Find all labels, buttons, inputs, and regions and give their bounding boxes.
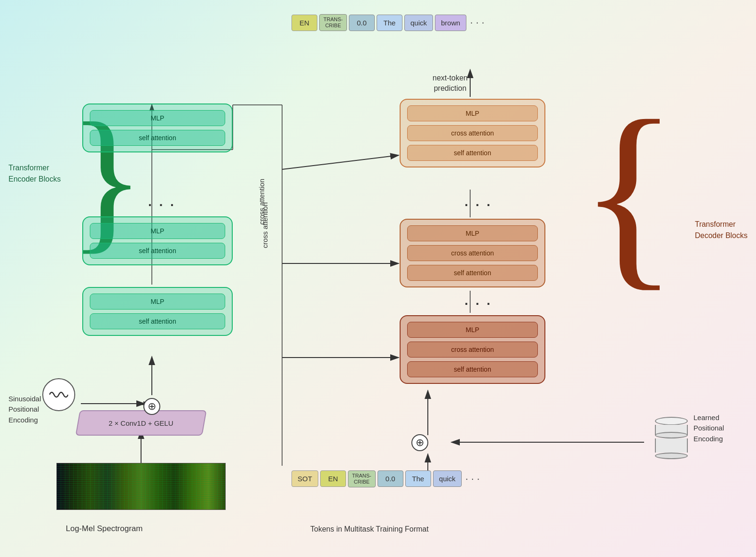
decoder-mid-mlp: MLP <box>407 225 538 241</box>
next-token-label: next-tokenprediction <box>433 73 468 94</box>
diagram-container: EN TRANS-CRIBE 0.0 The quick brown · · ·… <box>0 0 756 557</box>
output-token-quick: quick <box>404 15 433 31</box>
output-token-row: EN TRANS-CRIBE 0.0 The quick brown · · · <box>291 14 486 31</box>
encoder-block-bottom: MLP self attention <box>82 287 233 336</box>
decoder-top-self-attention: self attention <box>407 145 538 161</box>
input-token-quick: quick <box>433 470 462 487</box>
input-token-en: EN <box>320 470 346 487</box>
output-token-en: EN <box>291 15 317 31</box>
encoder-block-top: MLP self attention <box>82 103 233 152</box>
input-token-row: SOT EN TRANS-CRIBE 0.0 The quick · · · <box>291 470 481 487</box>
decoder-mid-cross-attention: cross attention <box>407 245 538 261</box>
input-token-sot: SOT <box>291 470 318 487</box>
input-token-dots: · · · <box>464 473 482 485</box>
decoder-block-mid: MLP cross attention self attention <box>400 219 545 287</box>
decoder-dots-mid: · · · <box>465 296 492 311</box>
conv-block: 2 × Conv1D + GELU <box>75 410 207 436</box>
decoder-mid-self-attention: self attention <box>407 265 538 281</box>
output-token-transcribe: TRANS-CRIBE <box>319 14 347 31</box>
encoder-label: TransformerEncoder Blocks <box>8 162 61 185</box>
encoder-top-mlp: MLP <box>90 110 225 126</box>
cross-attention-vertical: cross attention <box>258 179 266 225</box>
logmel-label: Log-Mel Spectrogram <box>66 523 142 534</box>
encoder-bot-mlp: MLP <box>90 294 225 310</box>
conv-label: 2 × Conv1D + GELU <box>109 419 173 427</box>
input-token-zero: 0.0 <box>378 470 403 487</box>
sinusoidal-label: SinusoidalPositionalEncoding <box>8 394 41 426</box>
encoder-block-mid: MLP self attention <box>82 216 233 265</box>
input-token-transcribe: TRANS-CRIBE <box>348 470 376 487</box>
decoder-top-cross-attention: cross attention <box>407 125 538 141</box>
encoder-mid-mlp: MLP <box>90 223 225 239</box>
decoder-label: TransformerDecoder Blocks <box>695 219 748 241</box>
encoder-bot-self-attention: self attention <box>90 313 225 329</box>
decoder-bot-cross-attention: cross attention <box>407 342 538 358</box>
decoder-block-bottom: MLP cross attention self attention <box>400 315 545 384</box>
decoder-bot-mlp: MLP <box>407 322 538 338</box>
svg-line-12 <box>282 155 399 169</box>
cylinder <box>655 417 688 459</box>
output-token-the: The <box>377 15 402 31</box>
encoder-dots: · · · <box>148 198 176 213</box>
decoder-dots-top: · · · <box>465 198 492 213</box>
decoder-top-mlp: MLP <box>407 105 538 121</box>
encoder-mid-self-attention: self attention <box>90 243 225 259</box>
output-token-brown: brown <box>435 15 466 31</box>
sinusoidal-icon <box>42 378 75 411</box>
encoder-top-self-attention: self attention <box>90 130 225 146</box>
learned-label: LearnedPositionalEncoding <box>693 413 724 445</box>
input-token-the: The <box>405 470 431 487</box>
decoder-brace: { <box>579 89 678 296</box>
output-token-zero: 0.0 <box>349 15 375 31</box>
tokens-label: Tokens in Multitask Training Format <box>310 524 429 534</box>
decoder-bot-self-attention: self attention <box>407 361 538 377</box>
decoder-block-top: MLP cross attention self attention <box>400 99 545 167</box>
plus-decoder: ⊕ <box>411 434 428 451</box>
output-token-dots: · · · <box>468 16 487 29</box>
spectrogram <box>56 463 226 510</box>
plus-encoder: ⊕ <box>143 398 160 415</box>
